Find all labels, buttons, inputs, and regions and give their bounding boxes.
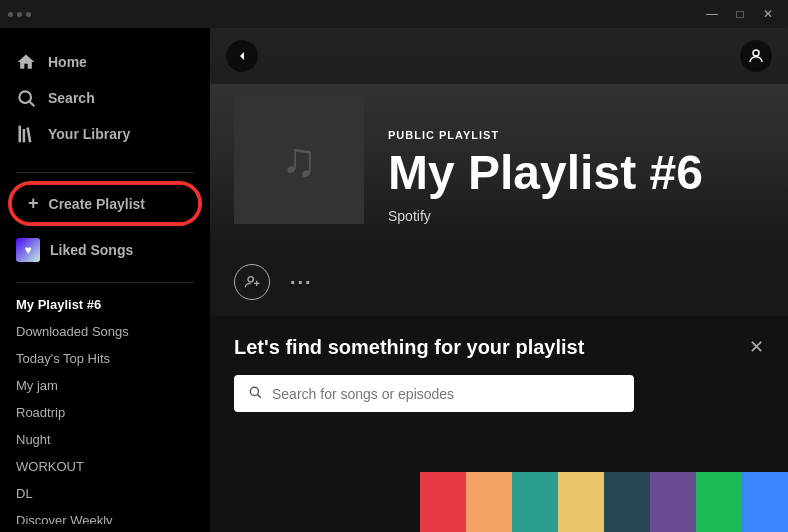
sidebar-divider-1 <box>16 172 194 173</box>
sidebar-divider-2 <box>16 282 194 283</box>
minimize-button[interactable]: — <box>700 5 724 23</box>
svg-line-1 <box>30 102 35 107</box>
svg-rect-4 <box>26 127 31 142</box>
action-bar: ··· <box>210 248 788 316</box>
create-playlist-icon: + <box>28 193 39 214</box>
home-icon <box>16 52 36 72</box>
sidebar-item-home[interactable]: Home <box>16 44 194 80</box>
topbar <box>210 28 788 84</box>
titlebar-dot-3 <box>26 12 31 17</box>
playlist-item-6[interactable]: WORKOUT <box>0 453 210 480</box>
search-input[interactable] <box>272 386 620 402</box>
app-body: Home Search Your Library <box>0 28 788 532</box>
strip-6 <box>650 472 696 532</box>
find-section-title: Let's find something for your playlist <box>234 336 764 359</box>
svg-point-6 <box>248 277 253 282</box>
window-controls: — □ ✕ <box>700 5 780 23</box>
library-icon <box>16 124 36 144</box>
search-bar-icon <box>248 385 262 402</box>
svg-rect-2 <box>19 126 22 143</box>
user-button[interactable] <box>740 40 772 72</box>
liked-songs-button[interactable]: ♥ Liked Songs <box>0 230 210 270</box>
more-options-button[interactable]: ··· <box>290 271 313 294</box>
playlist-item-2[interactable]: Today's Top Hits <box>0 345 210 372</box>
sidebar-item-library[interactable]: Your Library <box>16 116 194 152</box>
strip-8 <box>742 472 788 532</box>
add-user-button[interactable] <box>234 264 270 300</box>
svg-line-10 <box>258 395 261 398</box>
bottom-strip <box>420 472 788 532</box>
sidebar-item-search[interactable]: Search <box>16 80 194 116</box>
strip-5 <box>604 472 650 532</box>
strip-2 <box>466 472 512 532</box>
svg-rect-3 <box>23 129 26 142</box>
playlist-item-7[interactable]: DL <box>0 480 210 507</box>
close-button[interactable]: ✕ <box>756 5 780 23</box>
playlist-item-3[interactable]: My jam <box>0 372 210 399</box>
playlist-item-5[interactable]: Nught <box>0 426 210 453</box>
playlist-subtitle: Spotify <box>388 208 764 224</box>
maximize-button[interactable]: □ <box>728 5 752 23</box>
strip-3 <box>512 472 558 532</box>
strip-7 <box>696 472 742 532</box>
playlist-type-label: PUBLIC PLAYLIST <box>388 129 764 141</box>
svg-point-5 <box>753 50 759 56</box>
back-button[interactable] <box>226 40 258 72</box>
sidebar: Home Search Your Library <box>0 28 210 532</box>
sidebar-item-library-label: Your Library <box>48 126 130 142</box>
titlebar-dot-2 <box>17 12 22 17</box>
search-bar[interactable] <box>234 375 634 412</box>
hero-info: PUBLIC PLAYLIST My Playlist #6 Spotify <box>388 129 764 224</box>
playlist-item-0[interactable]: My Playlist #6 <box>0 291 210 318</box>
liked-songs-icon: ♥ <box>16 238 40 262</box>
search-icon <box>16 88 36 108</box>
svg-point-0 <box>19 91 31 103</box>
create-playlist-button[interactable]: + Create Playlist <box>10 183 200 224</box>
liked-songs-label: Liked Songs <box>50 242 133 258</box>
playlist-item-4[interactable]: Roadtrip <box>0 399 210 426</box>
playlist-title: My Playlist #6 <box>388 147 764 200</box>
titlebar: — □ ✕ <box>0 0 788 28</box>
sidebar-item-search-label: Search <box>48 90 95 106</box>
sidebar-nav: Home Search Your Library <box>0 36 210 168</box>
close-find-button[interactable]: ✕ <box>749 336 764 358</box>
strip-1 <box>420 472 466 532</box>
svg-point-9 <box>250 387 258 395</box>
titlebar-dots <box>8 12 31 17</box>
strip-4 <box>558 472 604 532</box>
sidebar-item-home-label: Home <box>48 54 87 70</box>
create-playlist-label: Create Playlist <box>49 196 146 212</box>
playlist-item-1[interactable]: Downloaded Songs <box>0 318 210 345</box>
main-content: ♫ PUBLIC PLAYLIST My Playlist #6 Spotify… <box>210 28 788 532</box>
playlist-list: My Playlist #6 Downloaded Songs Today's … <box>0 287 210 524</box>
playlist-art: ♫ <box>234 94 364 224</box>
music-note-icon: ♫ <box>281 132 317 187</box>
playlist-item-8[interactable]: Discover Weekly <box>0 507 210 524</box>
titlebar-dot-1 <box>8 12 13 17</box>
